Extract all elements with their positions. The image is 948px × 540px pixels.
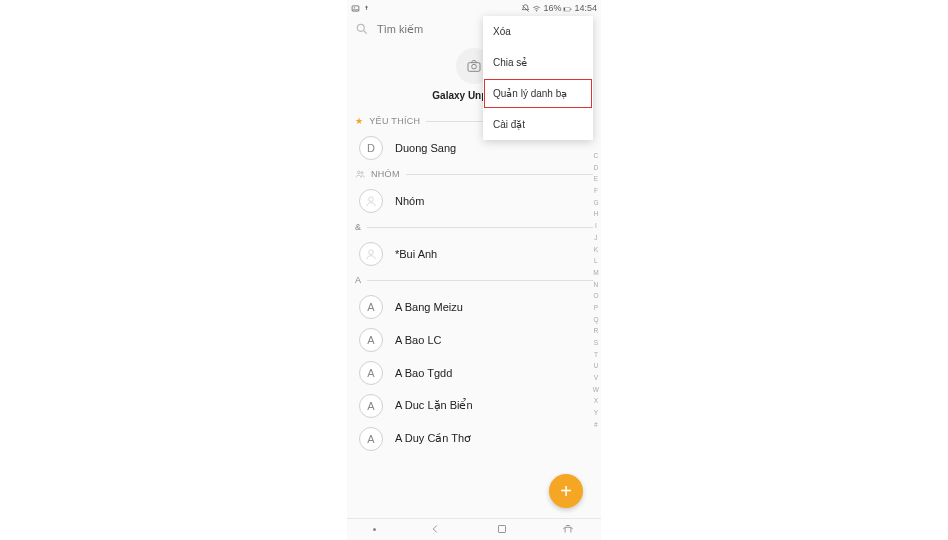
avatar — [359, 189, 383, 213]
avatar — [359, 242, 383, 266]
menu-item-delete[interactable]: Xóa — [483, 16, 593, 47]
clock-text: 14:54 — [574, 3, 597, 13]
contact-row[interactable]: *Bui Anh — [347, 237, 601, 270]
svg-line-8 — [364, 31, 367, 34]
contact-name: Duong Sang — [395, 142, 456, 154]
avatar: D — [359, 136, 383, 160]
wifi-icon — [532, 4, 541, 13]
contact-row[interactable]: A A Bao LC — [347, 323, 601, 356]
menu-item-manage-contacts[interactable]: Quản lý danh bạ — [483, 78, 593, 109]
avatar: A — [359, 328, 383, 352]
contact-row[interactable]: A A Bang Meizu — [347, 290, 601, 323]
contact-name: A Bang Meizu — [395, 301, 463, 313]
battery-icon — [563, 4, 572, 13]
section-a: A — [347, 270, 601, 290]
contact-name: A Bao LC — [395, 334, 441, 346]
phone-frame: 16% 14:54 Galaxy Unpacked ★ YÊU THÍCH D … — [347, 0, 601, 540]
mute-icon — [521, 4, 530, 13]
contact-row[interactable]: Nhóm — [347, 184, 601, 217]
add-contact-button[interactable]: + — [549, 474, 583, 508]
svg-rect-6 — [564, 8, 565, 11]
avatar: A — [359, 394, 383, 418]
upload-icon — [362, 4, 371, 13]
index-rail[interactable]: C D E F G H I J K L M N O P Q R S T U V … — [593, 150, 599, 431]
image-indicator-icon — [351, 4, 360, 13]
search-icon — [355, 22, 369, 36]
people-icon — [355, 169, 365, 179]
system-navbar — [347, 518, 601, 540]
recents-button[interactable] — [495, 522, 509, 538]
contact-name: A Duc Lặn Biển — [395, 399, 473, 412]
svg-point-11 — [358, 171, 361, 174]
svg-point-12 — [361, 172, 363, 174]
contact-name: Nhóm — [395, 195, 424, 207]
svg-point-14 — [369, 249, 374, 254]
status-bar: 16% 14:54 — [347, 0, 601, 16]
avatar: A — [359, 295, 383, 319]
star-icon: ★ — [355, 116, 363, 126]
contact-name: A Bao Tgdd — [395, 367, 452, 379]
svg-point-7 — [357, 24, 364, 31]
back-button[interactable] — [428, 522, 442, 538]
svg-point-10 — [472, 64, 477, 69]
menu-item-share[interactable]: Chia sẻ — [483, 47, 593, 78]
plus-icon: + — [560, 480, 572, 503]
svg-rect-15 — [498, 525, 505, 532]
svg-rect-5 — [571, 9, 572, 11]
avatar: A — [359, 361, 383, 385]
contact-name: *Bui Anh — [395, 248, 437, 260]
section-amp: & — [347, 217, 601, 237]
contact-row[interactable]: A A Duc Lặn Biển — [347, 389, 601, 422]
contact-row[interactable]: A A Bao Tgdd — [347, 356, 601, 389]
battery-text: 16% — [543, 3, 561, 13]
nav-dot-icon — [373, 528, 376, 531]
overflow-menu: Xóa Chia sẻ Quản lý danh bạ Cài đặt — [483, 16, 593, 140]
contact-name: A Duy Cần Thơ — [395, 432, 471, 445]
svg-point-13 — [369, 196, 374, 201]
section-groups: NHÓM — [347, 164, 601, 184]
svg-point-3 — [537, 10, 538, 11]
svg-point-1 — [354, 7, 355, 8]
avatar: A — [359, 427, 383, 451]
home-button[interactable] — [561, 522, 575, 538]
contact-row[interactable]: A A Duy Cần Thơ — [347, 422, 601, 455]
menu-item-settings[interactable]: Cài đặt — [483, 109, 593, 140]
